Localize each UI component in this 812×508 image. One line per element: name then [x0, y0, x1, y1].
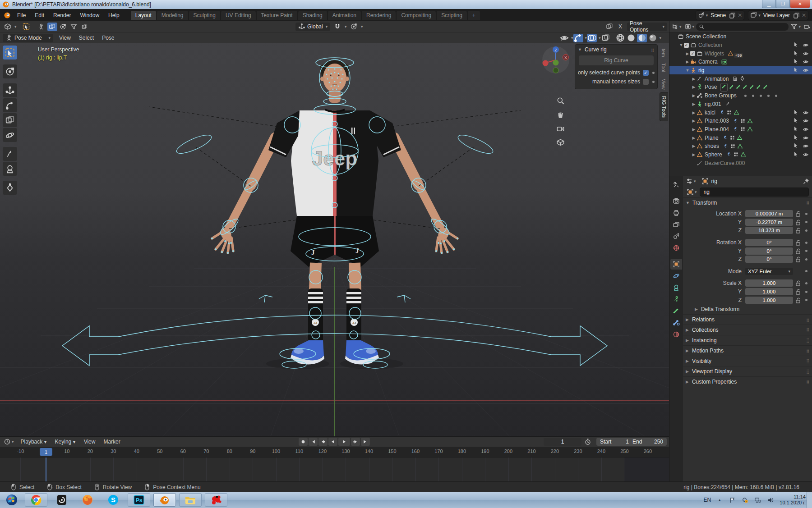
selectable-pointer-icon[interactable] [793, 118, 798, 123]
lock-icon[interactable] [794, 279, 802, 287]
properties-tab-viewlayer[interactable] [670, 219, 682, 230]
sidebar-tab-rig-tools[interactable]: RIG Tools [660, 92, 668, 121]
outliner-row-widgets[interactable]: ▶✓Widgets+99 [669, 49, 812, 58]
timeline-menu-marker[interactable]: Marker [99, 439, 124, 445]
lock-icon[interactable] [794, 239, 802, 246]
panel-motion-paths[interactable]: ▶Motion Paths⣿ [683, 345, 812, 356]
new-scene-icon[interactable] [729, 12, 736, 19]
tool-annotate[interactable] [3, 147, 17, 161]
viewport-menu-view[interactable]: View [55, 35, 75, 41]
display-mode-icon[interactable] [671, 23, 678, 30]
active-bone-icon[interactable] [720, 83, 728, 92]
outliner-row-beziercurve-000[interactable]: BezierCurve.000 [669, 159, 812, 167]
new-layer-icon[interactable] [793, 12, 800, 19]
animate-dot-icon[interactable] [805, 250, 807, 252]
editor-timeline-icon[interactable] [4, 438, 11, 445]
pan-hand-icon[interactable] [555, 109, 566, 120]
lock-icon[interactable] [794, 256, 802, 263]
current-frame-field[interactable]: 1 [544, 438, 581, 446]
visibility-dropdown-icon[interactable] [559, 34, 569, 42]
object-name-input[interactable] [700, 188, 809, 197]
pose-options-dropdown[interactable]: Pose Options▾ [627, 23, 667, 31]
field-z[interactable]: 1.000 [745, 297, 793, 304]
visibility-eye-icon[interactable] [803, 126, 809, 133]
collection-checkbox[interactable]: ✓ [690, 51, 695, 56]
close-button[interactable]: ✕ [790, 0, 810, 8]
selectable-pointer-icon[interactable] [793, 59, 798, 64]
properties-tab-bone[interactable] [670, 306, 682, 316]
new-collection-icon[interactable] [803, 23, 811, 30]
expand-icon[interactable]: ▶ [691, 102, 697, 106]
field-z[interactable]: 0° [745, 256, 793, 263]
menu-edit[interactable]: Edit [30, 12, 49, 18]
delta-transform-panel[interactable]: ▶ Delta Transform [683, 304, 812, 314]
lock-icon[interactable] [794, 247, 802, 255]
viewport-menu-pose[interactable]: Pose [98, 35, 118, 41]
tool-transform[interactable] [3, 128, 17, 142]
menu-file[interactable]: File [13, 12, 30, 18]
transform-panel-header[interactable]: ▼ Transform ⣿ [683, 197, 812, 208]
tab-scripting[interactable]: Scripting [437, 11, 467, 20]
timeline-ruler[interactable]: -101020304050607080901001101201301401501… [0, 447, 669, 458]
tab-shading[interactable]: Shading [298, 11, 327, 20]
outliner-search-input[interactable] [696, 23, 789, 31]
preview-range-icon[interactable] [584, 438, 591, 445]
expand-icon[interactable]: ▶ [691, 110, 697, 115]
playback-next-key-button[interactable] [351, 438, 360, 446]
tab-animation[interactable]: Animation [328, 11, 361, 20]
tool-rotate[interactable] [3, 98, 17, 112]
animate-dot-icon[interactable] [652, 72, 655, 74]
animate-dot-icon[interactable] [805, 270, 807, 272]
outliner-row-shoes[interactable]: ▶shoes [669, 142, 812, 151]
update-alert-icon[interactable] [741, 496, 749, 504]
selectable-pointer-icon[interactable] [793, 151, 798, 157]
selectable-pointer-icon[interactable] [793, 67, 798, 73]
outliner-row-bone-groups[interactable]: ▶Bone Groups [669, 92, 812, 100]
taskbar-clock[interactable]: 11:14 10.1.2020 г. [780, 494, 806, 506]
field-rotation-x[interactable]: 0° [745, 239, 793, 246]
frame-end-field[interactable]: End250 [629, 438, 667, 446]
editor-type-button[interactable] [3, 23, 13, 31]
expand-icon[interactable]: ▶ [691, 127, 697, 132]
navigation-gizmo[interactable]: Z X [541, 46, 570, 74]
tab-modeling[interactable]: Modeling [157, 11, 188, 20]
hidden-icons-button[interactable]: ▲ [715, 496, 724, 504]
shading-wireframe-icon[interactable] [615, 34, 625, 42]
menu-render[interactable]: Render [49, 12, 75, 18]
lock-icon[interactable] [794, 288, 802, 295]
playhead[interactable] [46, 458, 46, 482]
network-icon[interactable] [753, 496, 761, 504]
pin-icon[interactable] [803, 178, 810, 185]
taskbar-photoshop-icon[interactable]: Ps [128, 493, 150, 507]
outliner-row-plane[interactable]: ▶Plane [669, 133, 812, 142]
tool-cursor[interactable] [3, 64, 17, 78]
properties-tab-physics[interactable] [670, 270, 682, 281]
outliner-row-rig[interactable]: ▼rig [669, 66, 812, 75]
lock-icon[interactable] [794, 297, 802, 304]
visibility-eye-icon[interactable] [803, 42, 809, 48]
playback-play-reverse-button[interactable] [328, 438, 337, 446]
select-lasso-icon[interactable] [69, 23, 79, 31]
visibility-eye-icon[interactable] [803, 118, 809, 124]
properties-tab-scene[interactable] [670, 231, 682, 242]
taskbar-firefox-icon[interactable] [76, 493, 99, 507]
select-tweak-icon[interactable] [37, 23, 46, 31]
transform-mirror-button[interactable] [604, 23, 614, 31]
outliner-row-rig-001[interactable]: ▶rig.001 [669, 100, 812, 109]
select-circle-icon[interactable] [58, 23, 68, 31]
blender-menu-icon[interactable] [4, 12, 11, 19]
timeline-menu-keying[interactable]: Keying ▾ [51, 439, 80, 445]
field-location-x[interactable]: 0.000007 m [745, 210, 793, 217]
camera-view-icon[interactable] [555, 123, 566, 134]
visibility-eye-icon[interactable] [803, 50, 809, 57]
collection-checkbox[interactable]: ✓ [684, 43, 689, 48]
editor-properties-icon[interactable] [686, 178, 693, 185]
viewport-canvas[interactable]: Jeep J J JJ JJ [0, 43, 669, 436]
object-type-icon[interactable] [687, 188, 694, 196]
properties-tab-render[interactable] [670, 196, 682, 206]
outliner-row-animation[interactable]: ▶Animation [669, 74, 812, 83]
panel-visibility[interactable]: ▶Visibility⣿ [683, 356, 812, 366]
sidebar-tab-tool[interactable]: Tool [660, 60, 668, 75]
panel-instancing[interactable]: ▶Instancing⣿ [683, 335, 812, 345]
properties-tab-constraints[interactable] [670, 282, 682, 293]
